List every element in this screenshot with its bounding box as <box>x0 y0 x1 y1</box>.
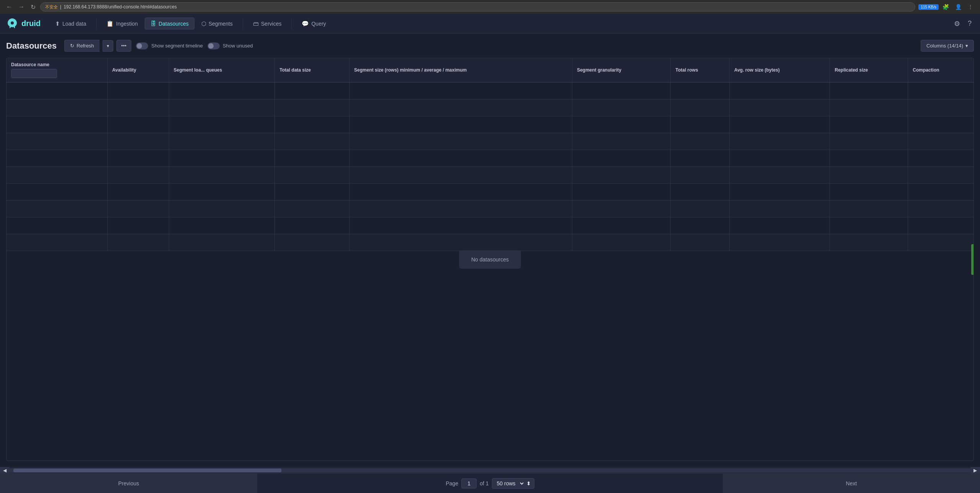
show-unused-toggle[interactable] <box>207 42 220 49</box>
col-header-avg-row-size[interactable]: Avg. row size (bytes) <box>729 58 830 82</box>
url-divider: | <box>60 4 61 10</box>
toggle-slider-segment <box>136 42 148 49</box>
nav-item-query[interactable]: 💬 Query <box>296 18 331 29</box>
browser-ext: 115 KB/s <box>918 4 939 10</box>
columns-label: Columns (14/14) <box>926 43 963 49</box>
nav-item-ingestion[interactable]: 📋 Ingestion <box>101 18 143 29</box>
scrollbar-left-button[interactable]: ◀ <box>0 467 10 474</box>
table-row <box>7 200 973 217</box>
nav-item-datasources[interactable]: 🗄 Datasources <box>145 18 194 29</box>
columns-dropdown-arrow: ▾ <box>965 43 968 49</box>
col-header-replicated-size[interactable]: Replicated size <box>830 58 908 82</box>
settings-button[interactable]: ⚙ <box>952 17 962 30</box>
segment-timeline-toggle-group: Show segment timeline <box>136 42 203 49</box>
forward-button[interactable]: → <box>17 2 26 12</box>
horizontal-scrollbar[interactable] <box>10 468 970 473</box>
url-text: 192.168.64.173:8888/unified-console.html… <box>64 4 177 10</box>
page-label: Page <box>446 480 458 486</box>
menu-button[interactable]: ⋮ <box>965 2 975 11</box>
navbar: druid ⬆ Load data 📋 Ingestion 🗄 Datasour… <box>0 14 980 34</box>
rows-select-dropdown[interactable]: 50 rows 10 rows 25 rows 100 rows <box>495 480 525 487</box>
bottom-wrapper: ◀ ▶ Previous Page of 1 50 rows 10 rows 2… <box>0 467 980 493</box>
col-header-segment-load-queues[interactable]: Segment loa... queues <box>169 58 275 82</box>
table-row <box>7 234 973 251</box>
datasource-name-filter[interactable] <box>11 69 57 78</box>
col-header-availability[interactable]: Availability <box>108 58 169 82</box>
nav-separator-2 <box>243 18 243 29</box>
previous-button[interactable]: Previous <box>0 473 257 493</box>
segments-icon: ⬡ <box>201 20 206 27</box>
table-row <box>7 167 973 183</box>
main-content: Datasources ↻ Refresh ▾ ••• Show segment… <box>0 34 980 467</box>
table-row <box>7 116 973 133</box>
datasources-table: Datasource name Availability Segment loa… <box>7 58 973 251</box>
show-unused-toggle-group: Show unused <box>207 42 253 49</box>
nav-label-services: Services <box>261 21 282 27</box>
toolbar: Datasources ↻ Refresh ▾ ••• Show segment… <box>6 40 974 52</box>
scrollbar-right-button[interactable]: ▶ <box>970 467 980 474</box>
help-button[interactable]: ? <box>965 17 974 30</box>
table-row <box>7 217 973 234</box>
svg-point-0 <box>11 21 14 24</box>
next-button[interactable]: Next <box>723 473 980 493</box>
nav-item-services[interactable]: 🗃 Services <box>248 18 287 29</box>
table-row <box>7 150 973 167</box>
refresh-button[interactable]: ↻ Refresh <box>64 40 100 52</box>
logo-text: druid <box>21 19 41 28</box>
browser-actions: 115 KB/s 🧩 👤 ⋮ <box>918 2 975 11</box>
url-bar[interactable]: 不安全 | 192.168.64.173:8888/unified-consol… <box>40 2 915 11</box>
col-header-name-label: Datasource name <box>11 62 103 67</box>
nav-item-segments[interactable]: ⬡ Segments <box>196 18 238 29</box>
table-body <box>7 82 973 251</box>
table-container: Datasource name Availability Segment loa… <box>6 58 974 461</box>
col-header-segment-granularity[interactable]: Segment granularity <box>572 58 671 82</box>
no-data-message: No datasources <box>459 250 521 269</box>
nav-label-query: Query <box>311 21 326 27</box>
table-row <box>7 133 973 150</box>
profile-button[interactable]: 👤 <box>953 2 964 11</box>
table-row <box>7 99 973 116</box>
query-icon: 💬 <box>302 20 309 27</box>
scroll-indicator <box>971 244 973 275</box>
col-header-total-rows[interactable]: Total rows <box>671 58 729 82</box>
col-header-compaction[interactable]: Compaction <box>908 58 973 82</box>
segment-timeline-label: Show segment timeline <box>151 43 203 49</box>
nav-separator-3 <box>291 18 292 29</box>
services-icon: 🗃 <box>253 20 259 27</box>
browser-chrome: ← → ↻ 不安全 | 192.168.64.173:8888/unified-… <box>0 0 980 14</box>
col-header-segment-size-rows[interactable]: Segment size (rows) minimum / average / … <box>350 58 572 82</box>
refresh-label: Refresh <box>77 43 94 49</box>
nav-item-load-data[interactable]: ⬆ Load data <box>50 18 91 29</box>
page-title: Datasources <box>6 41 57 51</box>
more-options-button[interactable]: ••• <box>116 40 132 52</box>
nav-label-load-data: Load data <box>62 21 86 27</box>
nav-items: ⬆ Load data 📋 Ingestion 🗄 Datasources ⬡ … <box>50 18 952 29</box>
datasources-icon: 🗄 <box>150 20 156 27</box>
columns-button[interactable]: Columns (14/14) ▾ <box>921 40 974 52</box>
nav-label-ingestion: Ingestion <box>116 21 138 27</box>
col-header-name[interactable]: Datasource name <box>7 58 108 82</box>
pagination-center: Page of 1 50 rows 10 rows 25 rows 100 ro… <box>257 478 723 489</box>
page-input[interactable] <box>461 478 477 488</box>
of-label: of 1 <box>480 480 488 486</box>
rows-select-arrow: ⬍ <box>526 480 531 486</box>
table-row <box>7 82 973 99</box>
header-row: Datasource name Availability Segment loa… <box>7 58 973 82</box>
col-header-total-data-size[interactable]: Total data size <box>275 58 350 82</box>
nav-separator-1 <box>96 18 96 29</box>
nav-label-datasources: Datasources <box>158 21 189 27</box>
load-data-icon: ⬆ <box>55 20 60 27</box>
refresh-icon: ↻ <box>70 43 74 49</box>
back-button[interactable]: ← <box>5 2 14 12</box>
reload-button[interactable]: ↻ <box>29 2 37 12</box>
segment-timeline-toggle[interactable] <box>136 42 148 49</box>
table-header: Datasource name Availability Segment loa… <box>7 58 973 82</box>
table-row <box>7 183 973 200</box>
refresh-dropdown-button[interactable]: ▾ <box>103 40 113 52</box>
scrollbar-thumb <box>13 469 281 472</box>
nav-right: ⚙ ? <box>952 17 974 30</box>
rows-per-page-select[interactable]: 50 rows 10 rows 25 rows 100 rows ⬍ <box>492 478 534 489</box>
extensions-button[interactable]: 🧩 <box>940 2 951 11</box>
toggle-slider-unused <box>207 42 220 49</box>
ingestion-icon: 📋 <box>106 20 114 27</box>
